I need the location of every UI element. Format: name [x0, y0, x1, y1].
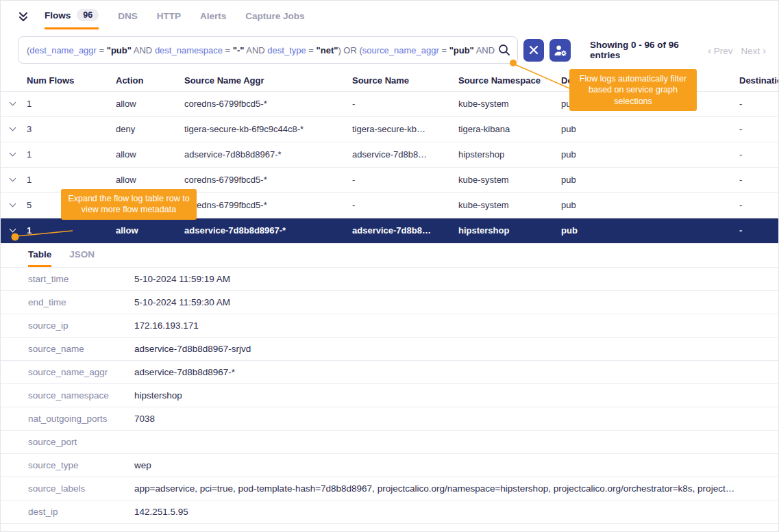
detail-field-row: source_nameadservice-7d8b8d8967-srjvd [1, 338, 778, 361]
cell-source_name: - [352, 99, 458, 109]
column-header: Action [116, 75, 184, 87]
cell-source_name: tigera-secure-kb… [352, 124, 458, 134]
detail-field-row: source_name_aggradservice-7d8b8d8967-* [1, 361, 778, 384]
field-value: 5-10-2024 11:59:30 AM [134, 297, 778, 307]
cell-dest_name_aggr: pub [561, 200, 739, 210]
tab-http[interactable]: HTTP [157, 11, 181, 29]
field-key: source_port [1, 437, 134, 447]
field-key: start_time [1, 274, 134, 284]
tab-label: HTTP [157, 11, 181, 21]
detail-tab-json[interactable]: JSON [69, 249, 95, 267]
detail-tabs: TableJSON [1, 244, 778, 268]
cell-action: allow [116, 175, 184, 185]
next-page-button[interactable]: Next › [741, 45, 766, 56]
field-value: 172.16.193.171 [134, 320, 778, 331]
tab-capture-jobs[interactable]: Capture Jobs [245, 11, 304, 29]
cell-action: deny [116, 124, 184, 134]
prev-page-button[interactable]: ‹ Prev [708, 45, 733, 56]
field-value: wep [134, 460, 778, 470]
field-value: app=adservice, pci=true, pod-template-ha… [134, 483, 778, 494]
detail-field-row: source_typewep [1, 454, 778, 477]
query-segment-field: dest_name_aggr [29, 45, 97, 55]
search-icon[interactable] [497, 43, 511, 59]
row-expander-chevron-icon[interactable] [10, 103, 27, 105]
tab-badge: 96 [77, 9, 99, 21]
cell-source_name: adservice-7d8b8… [352, 149, 458, 160]
cell-source_namespace: hipstershop [458, 225, 561, 236]
cell-source_name_aggr: adservice-7d8b8d8967-* [184, 225, 352, 236]
next-page-label: Next [741, 46, 760, 56]
row-expander-chevron-icon[interactable] [10, 179, 27, 181]
column-header: Destination Name [739, 75, 779, 87]
row-expander-chevron-icon[interactable] [10, 204, 27, 206]
flow-table-row[interactable]: 1allowadservice-7d8b8d8967-*adservice-7d… [1, 218, 778, 244]
cell-dest_name: - [739, 124, 778, 134]
cell-action: allow [116, 99, 184, 109]
cell-action: allow [116, 225, 184, 236]
query-segment-op: AND [474, 45, 495, 55]
flow-table-row[interactable]: 1allowadservice-7d8b8d8967-*adservice-7d… [1, 142, 778, 168]
query-segment-op: = [439, 45, 449, 55]
cell-dest_name_aggr: pub [561, 124, 739, 134]
cell-source_name: - [352, 200, 458, 210]
filter-tip-callout: Flow logs automatically filter based on … [569, 69, 697, 111]
filter-settings-button[interactable] [549, 39, 570, 62]
cell-dest_name: - [739, 225, 778, 236]
field-value: 7038 [134, 414, 778, 424]
collapse-panel-button[interactable] [17, 12, 29, 29]
field-key: source_labels [1, 483, 134, 494]
cell-num: 1 [27, 225, 116, 236]
detail-field-row: source_ip172.16.193.171 [1, 314, 778, 338]
cell-source_namespace: kube-system [458, 175, 561, 185]
cell-source_name_aggr: tigera-secure-kb-6f9c9c44c8-* [184, 124, 352, 134]
pagination: ‹ Prev Next › [708, 45, 767, 56]
cell-source_namespace: kube-system [458, 200, 561, 210]
flow-filter-query-input[interactable]: (dest_name_aggr = "pub" AND dest_namespa… [18, 36, 518, 64]
cell-dest_name: - [739, 175, 778, 185]
double-chevron-down-icon [17, 12, 29, 23]
flow-log-tabs: Flows96DNSHTTPAlertsCapture Jobs [45, 9, 304, 29]
query-segment-val: "pub" [107, 45, 132, 55]
cell-source_name_aggr: coredns-6799fbcd5-* [184, 99, 352, 109]
query-segment-field: dest_type [267, 45, 306, 55]
field-key: source_name_aggr [1, 367, 134, 377]
cell-num: 3 [27, 124, 116, 134]
tab-label: Alerts [200, 11, 226, 21]
expand-tip-callout: Expand the flow log table row to view mo… [61, 189, 197, 220]
cell-num: 1 [27, 99, 116, 109]
clear-filter-button[interactable] [523, 39, 544, 62]
cell-num: 1 [27, 175, 116, 185]
detail-field-row: source_namespacehipstershop [1, 384, 778, 407]
chevron-down-icon [10, 175, 16, 182]
query-segment-op: = [306, 45, 317, 55]
row-expander-chevron-icon[interactable] [10, 153, 27, 155]
row-expander-chevron-icon[interactable] [10, 229, 27, 231]
query-segment-val: "-" [233, 45, 245, 55]
tab-dns[interactable]: DNS [118, 11, 138, 29]
tab-alerts[interactable]: Alerts [200, 11, 226, 29]
cell-num: 1 [27, 149, 116, 160]
cell-source_name: adservice-7d8b8… [352, 225, 458, 236]
chevron-right-icon: › [763, 45, 766, 56]
field-value: adservice-7d8b8d8967-srjvd [134, 344, 778, 354]
cell-source_name: - [352, 175, 458, 185]
detail-tab-table[interactable]: Table [28, 249, 51, 267]
cell-dest_name: - [739, 99, 778, 109]
flow-logs-app: Flows96DNSHTTPAlertsCapture Jobs (dest_n… [0, 0, 779, 532]
entries-count-text: Showing 0 - 96 of 96 entries [590, 40, 702, 60]
column-header: Source Namespace [458, 75, 561, 87]
cell-dest_name_aggr: pub [561, 225, 739, 236]
query-segment-op: = [97, 45, 107, 55]
field-value: hipstershop [134, 390, 778, 401]
tab-label: Capture Jobs [245, 11, 304, 21]
tab-flows[interactable]: Flows96 [45, 9, 99, 29]
flow-table-row[interactable]: 3denytigera-secure-kb-6f9c9c44c8-*tigera… [1, 117, 778, 142]
field-value: 142.251.5.95 [134, 507, 778, 517]
query-segment-field: source_name_aggr [362, 45, 439, 55]
cell-source_name_aggr: coredns-6799fbcd5-* [184, 175, 352, 185]
cell-dest_name: - [739, 200, 778, 210]
field-key: nat_outgoing_ports [1, 414, 134, 424]
filter-bar: (dest_name_aggr = "pub" AND dest_namespa… [1, 29, 778, 71]
row-expander-chevron-icon[interactable] [10, 128, 27, 130]
chevron-down-icon [10, 226, 16, 233]
